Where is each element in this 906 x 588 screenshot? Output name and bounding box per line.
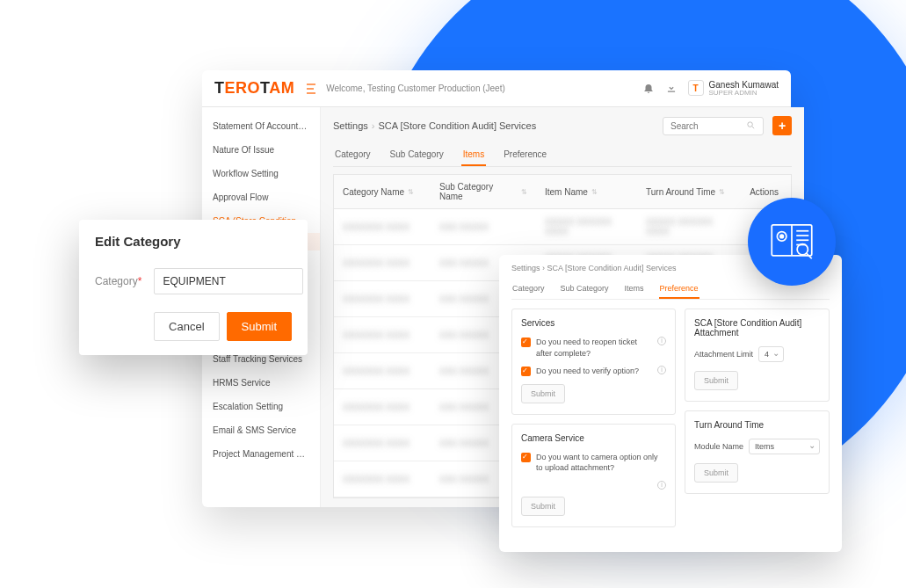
- tab-category[interactable]: Category: [511, 279, 546, 299]
- sidebar-item[interactable]: Email & SMS Service: [202, 418, 320, 442]
- th-subcategory[interactable]: Sub Category Name⇅: [431, 175, 536, 208]
- svg-point-3: [748, 121, 753, 127]
- sidebar-item[interactable]: Workflow Setting: [202, 162, 320, 185]
- breadcrumb: Settings›SCA [Store Condition Audit] Ser…: [333, 120, 654, 131]
- tat-card: Turn Around Time Module NameItems Submit: [685, 410, 830, 494]
- tab-preference[interactable]: Preference: [502, 144, 548, 166]
- svg-line-4: [752, 126, 754, 127]
- modal-title: Edit Category: [95, 234, 292, 249]
- svg-point-13: [797, 244, 808, 255]
- search-icon: [746, 120, 756, 132]
- th-item[interactable]: Item Name⇅: [536, 175, 637, 208]
- brand-logo: TEROTAM: [214, 79, 294, 98]
- chevron-up-icon: ⌃: [312, 217, 319, 226]
- services-card: Services Do you need to reopen ticket af…: [511, 309, 676, 415]
- user-avatar: T: [688, 80, 704, 96]
- tabs: Category Sub Category Items Preference: [333, 144, 792, 167]
- checkbox[interactable]: [521, 338, 531, 347]
- submit-button[interactable]: Submit: [694, 463, 738, 483]
- user-role: SUPER ADMIN: [709, 90, 779, 98]
- sidebar-item[interactable]: HRMS Service: [202, 371, 320, 395]
- search-input[interactable]: [663, 117, 764, 135]
- bell-icon[interactable]: [642, 82, 655, 94]
- card-title: SCA [Store Condition Audit] Attachment: [694, 318, 820, 338]
- submit-button[interactable]: Submit: [694, 371, 738, 390]
- preference-window: Settings › SCA [Store Condition Audit] S…: [499, 255, 842, 552]
- info-icon[interactable]: i: [657, 366, 666, 374]
- card-title: Camera Service: [521, 433, 666, 443]
- th-category[interactable]: Category Name⇅: [334, 175, 431, 208]
- menu-toggle-icon[interactable]: [307, 83, 319, 94]
- camera-card: Camera Service Do you want to camera opt…: [511, 424, 676, 527]
- cancel-button[interactable]: Cancel: [154, 312, 219, 341]
- app-header: TEROTAM Welcome, Testing Customer Produc…: [202, 70, 791, 107]
- sidebar-item[interactable]: Statement Of Account S…: [202, 114, 320, 138]
- sidebar-item[interactable]: Escalation Setting: [202, 395, 320, 418]
- tab-preference[interactable]: Preference: [659, 279, 699, 299]
- svg-point-8: [780, 235, 784, 238]
- table-row: XXXXXXX XXXXXXX XXXXXXXXXX XXXXXX XXXXXX…: [334, 209, 791, 245]
- sidebar-item[interactable]: Project Management Ser…: [202, 442, 320, 466]
- feature-badge: [748, 198, 836, 286]
- welcome-text: Welcome, Testing Customer Production (Je…: [326, 83, 641, 93]
- checkbox[interactable]: [521, 453, 531, 462]
- checkbox[interactable]: [521, 367, 531, 376]
- submit-button[interactable]: Submit: [227, 312, 292, 341]
- info-icon[interactable]: i: [657, 481, 666, 490]
- attachment-card: SCA [Store Condition Audit] Attachment A…: [685, 309, 830, 402]
- sidebar-item[interactable]: Approval Flow: [202, 185, 320, 209]
- attachment-limit-select[interactable]: 4: [758, 346, 784, 362]
- sidebar-item[interactable]: Nature Of Issue: [202, 138, 320, 162]
- tab-items[interactable]: Items: [624, 279, 645, 299]
- tab-items[interactable]: Items: [461, 144, 486, 166]
- th-tat[interactable]: Turn Around Time⇅: [637, 175, 738, 208]
- edit-category-modal: Edit Category Category* Cancel Submit: [79, 220, 308, 355]
- download-icon[interactable]: [665, 82, 678, 94]
- user-menu[interactable]: T Ganesh Kumawat SUPER ADMIN: [688, 80, 779, 98]
- card-title: Services: [521, 318, 666, 328]
- tab-category[interactable]: Category: [333, 144, 373, 166]
- add-button[interactable]: +: [772, 116, 792, 135]
- tab-subcategory[interactable]: Sub Category: [388, 144, 446, 166]
- submit-button[interactable]: Submit: [521, 497, 565, 516]
- category-input[interactable]: [154, 268, 303, 294]
- field-label: Category*: [95, 275, 141, 287]
- submit-button[interactable]: Submit: [521, 384, 565, 403]
- card-title: Turn Around Time: [694, 420, 820, 430]
- module-name-select[interactable]: Items: [749, 439, 820, 454]
- user-name: Ganesh Kumawat: [709, 80, 779, 90]
- info-icon[interactable]: i: [657, 337, 666, 345]
- tab-subcategory[interactable]: Sub Category: [560, 279, 610, 299]
